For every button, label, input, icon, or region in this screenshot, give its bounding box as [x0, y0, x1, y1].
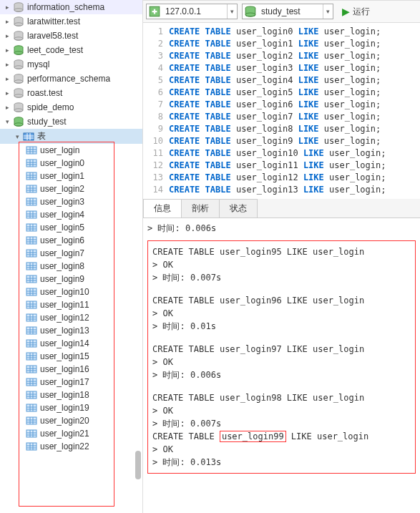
table-name: user_login4 — [40, 210, 84, 220]
table-item[interactable]: user_login13 — [0, 324, 142, 337]
sql-text: CREATE TABLE user_login96 LIKE user_logi… — [152, 295, 364, 306]
table-item[interactable]: user_login22 — [0, 440, 142, 453]
svg-rect-23 — [26, 147, 36, 154]
table-item[interactable]: user_login12 — [0, 311, 142, 324]
ok-text: > OK — [152, 406, 173, 416]
tab-info[interactable]: 信息 — [143, 199, 182, 218]
database-name: laratwitter.test — [27, 16, 80, 26]
database-name: study_test — [27, 117, 67, 127]
table-icon — [26, 402, 37, 414]
table-name: user_login19 — [40, 403, 89, 413]
output-panel: > 时间: 0.006s CREATE TABLE user_login95 L… — [143, 218, 420, 478]
database-item[interactable]: ▸mysql — [0, 57, 142, 72]
table-icon — [26, 273, 37, 285]
result-box: CREATE TABLE user_login95 LIKE user_logi… — [147, 240, 416, 474]
sidebar-scroll-thumb[interactable] — [135, 451, 141, 479]
database-item[interactable]: ▸laratwitter.test — [0, 14, 142, 29]
result-block: CREATE TABLE user_login95 LIKE user_logi… — [152, 245, 411, 284]
tab-status[interactable]: 状态 — [219, 199, 258, 218]
time-label: > 时间: — [152, 370, 190, 380]
table-folder-icon — [23, 131, 34, 142]
table-item[interactable]: user_login19 — [0, 401, 142, 414]
chevron-icon: ▸ — [3, 74, 11, 83]
code-line: CREATE TABLE user_login10 LIKE user_logi… — [169, 147, 420, 160]
table-item[interactable]: user_login4 — [0, 208, 142, 221]
table-item[interactable]: user_login18 — [0, 389, 142, 401]
table-icon — [26, 157, 37, 169]
database-item[interactable]: ▾study_test — [0, 114, 142, 129]
table-name: user_login16 — [40, 364, 89, 374]
table-item[interactable]: user_login14 — [0, 337, 142, 350]
svg-rect-28 — [26, 160, 36, 167]
svg-rect-68 — [26, 263, 36, 270]
table-item[interactable]: user_login8 — [0, 260, 142, 273]
database-selector[interactable]: study_test ▾ — [242, 4, 333, 19]
table-item[interactable]: user_login6 — [0, 234, 142, 247]
table-item[interactable]: user_login21 — [0, 427, 142, 440]
time-label: > 时间: — [147, 223, 185, 233]
time-label: > 时间: — [152, 273, 190, 283]
database-icon — [13, 116, 24, 127]
tables-folder[interactable]: ▾ 表 — [0, 129, 142, 144]
table-item[interactable]: user_login5 — [0, 221, 142, 234]
table-item[interactable]: user_login2 — [0, 182, 142, 195]
table-item[interactable]: user_login1 — [0, 170, 142, 182]
table-item[interactable]: user_login16 — [0, 363, 142, 376]
database-sidebar[interactable]: ▸information_schema▸laratwitter.test▸lar… — [0, 0, 143, 513]
code-line: CREATE TABLE user_login5 LIKE user_login… — [169, 87, 420, 99]
table-name: user_login6 — [40, 235, 84, 245]
plug-icon — [148, 5, 161, 18]
table-item[interactable]: user_login11 — [0, 298, 142, 311]
table-item[interactable]: user_login20 — [0, 414, 142, 427]
output-summary: > 时间: 0.006s — [147, 223, 416, 235]
database-item[interactable]: ▸leet_code_test — [0, 43, 142, 57]
database-item[interactable]: ▸spide_demo — [0, 100, 142, 114]
chevron-icon: ▸ — [3, 89, 11, 97]
tab-profile[interactable]: 剖析 — [181, 199, 220, 218]
code-line: CREATE TABLE user_login8 LIKE user_login… — [169, 123, 420, 135]
sql-editor[interactable]: 1234567891011121314 CREATE TABLE user_lo… — [143, 23, 420, 196]
svg-rect-63 — [26, 250, 36, 257]
svg-rect-33 — [26, 172, 36, 180]
time-value: 0.01s — [190, 321, 216, 331]
run-button[interactable]: ▶ 运行 — [338, 4, 374, 19]
database-name: mysql — [27, 59, 49, 69]
svg-rect-128 — [26, 417, 36, 424]
table-item[interactable]: user_login7 — [0, 247, 142, 260]
database-item[interactable]: ▸performance_schema — [0, 72, 142, 86]
table-item[interactable]: user_login9 — [0, 273, 142, 285]
database-item[interactable]: ▸roast.test — [0, 86, 142, 100]
table-item[interactable]: user_login3 — [0, 195, 142, 208]
svg-rect-118 — [26, 391, 36, 399]
svg-rect-43 — [26, 198, 36, 205]
table-item[interactable]: user_login — [0, 144, 142, 157]
code-line: CREATE TABLE user_login0 LIKE user_login… — [169, 26, 420, 38]
table-name: user_login12 — [40, 313, 89, 323]
play-icon: ▶ — [342, 6, 350, 17]
table-item[interactable]: user_login15 — [0, 350, 142, 363]
table-name: user_login20 — [40, 416, 89, 426]
table-icon — [26, 351, 37, 362]
chevron-icon: ▸ — [3, 3, 11, 11]
code-line: CREATE TABLE user_login9 LIKE user_login… — [169, 135, 420, 147]
svg-rect-113 — [26, 378, 36, 386]
database-item[interactable]: ▸information_schema — [0, 0, 142, 14]
ok-text: > OK — [152, 357, 173, 367]
database-item[interactable]: ▸laravel58.test — [0, 29, 142, 43]
table-name: user_login18 — [40, 390, 89, 400]
result-block: CREATE TABLE user_login99 LIKE user_logi… — [152, 430, 411, 469]
table-item[interactable]: user_login0 — [0, 157, 142, 170]
code-line: CREATE TABLE user_login11 LIKE user_logi… — [169, 160, 420, 172]
table-name: user_login13 — [40, 326, 89, 336]
host-text: 127.0.0.1 — [162, 6, 227, 16]
table-name: user_login3 — [40, 197, 84, 207]
database-icon — [13, 44, 24, 56]
svg-rect-88 — [26, 314, 36, 321]
code-area[interactable]: CREATE TABLE user_login0 LIKE user_login… — [169, 26, 420, 196]
host-selector[interactable]: 127.0.0.1 ▾ — [146, 4, 238, 19]
table-item[interactable]: user_login17 — [0, 376, 142, 389]
svg-rect-73 — [26, 275, 36, 283]
chevron-icon: ▸ — [3, 17, 11, 26]
code-line: CREATE TABLE user_login12 LIKE user_logi… — [169, 172, 420, 184]
table-item[interactable]: user_login10 — [0, 285, 142, 298]
